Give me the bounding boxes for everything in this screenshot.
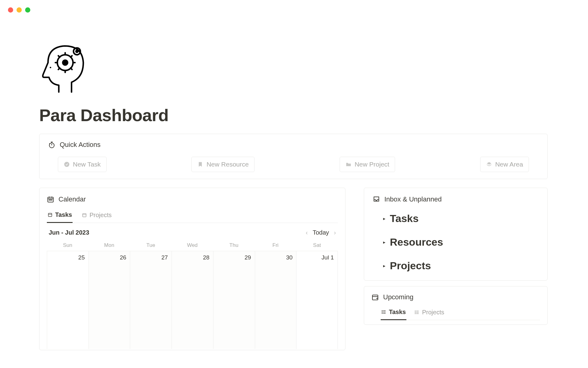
chevron-right-icon: ▸ <box>383 263 386 269</box>
calendar-icon <box>47 196 54 203</box>
day-header: Mon <box>89 239 130 251</box>
calendar-cell[interactable]: 27 <box>130 251 172 349</box>
svg-point-22 <box>382 311 382 311</box>
quick-actions-heading: Quick Actions <box>60 141 100 149</box>
calendar-check-icon <box>371 293 379 301</box>
calendar-panel: Calendar Tasks Projects Jun - Jul 2023 <box>39 188 345 350</box>
calendar-cell[interactable]: 26 <box>89 251 130 349</box>
brain-gear-logo <box>39 42 88 94</box>
day-header: Fri <box>255 239 296 251</box>
window-traffic-lights <box>0 0 588 13</box>
svg-point-23 <box>382 312 382 312</box>
svg-line-6 <box>58 56 60 57</box>
day-header: Thu <box>213 239 255 251</box>
inbox-toggle-tasks[interactable]: ▸ Tasks <box>383 213 539 224</box>
page-title: Para Dashboard <box>39 105 548 125</box>
svg-line-8 <box>58 68 60 70</box>
day-header: Wed <box>172 239 213 251</box>
day-header: Tue <box>130 239 172 251</box>
svg-point-18 <box>51 200 52 200</box>
inbox-panel: Inbox & Unplanned ▸ Tasks ▸ Resources ▸ … <box>364 188 548 281</box>
svg-point-26 <box>415 312 415 312</box>
inbox-icon <box>373 196 380 203</box>
calendar-cell[interactable]: 25 <box>47 251 89 349</box>
bookmark-icon <box>197 161 203 167</box>
calendar-range: Jun - Jul 2023 <box>49 229 89 236</box>
chevron-right-icon: ▸ <box>383 240 386 245</box>
layers-icon <box>486 161 492 167</box>
tab-tasks[interactable]: Tasks <box>47 209 73 223</box>
svg-point-25 <box>415 311 415 311</box>
minimize-window-icon[interactable] <box>17 7 22 13</box>
list-icon <box>414 310 420 315</box>
calendar-small-icon <box>47 212 53 217</box>
check-circle-icon <box>64 161 70 167</box>
svg-line-9 <box>70 56 72 57</box>
prev-week-button[interactable]: ‹ <box>306 229 308 236</box>
svg-point-11 <box>76 50 78 52</box>
quick-actions-panel: Quick Actions New Task New Resource New … <box>39 134 548 179</box>
upcoming-heading: Upcoming <box>383 293 413 301</box>
svg-point-12 <box>50 67 51 68</box>
day-header: Sat <box>296 239 338 251</box>
stopwatch-icon <box>48 141 55 148</box>
svg-point-17 <box>50 200 51 200</box>
new-task-button[interactable]: New Task <box>58 157 107 172</box>
calendar-cell[interactable]: Jul 1 <box>296 251 338 349</box>
new-area-button[interactable]: New Area <box>480 157 529 172</box>
day-header: Sun <box>47 239 89 251</box>
next-week-button[interactable]: › <box>334 229 336 236</box>
svg-point-24 <box>382 313 382 313</box>
svg-rect-19 <box>48 213 52 217</box>
svg-line-7 <box>70 68 72 70</box>
inbox-toggle-resources[interactable]: ▸ Resources <box>383 236 539 248</box>
svg-point-27 <box>415 313 415 314</box>
upcoming-tab-projects[interactable]: Projects <box>414 307 445 320</box>
upcoming-tab-tasks[interactable]: Tasks <box>381 307 406 320</box>
new-project-button[interactable]: New Project <box>340 157 395 172</box>
svg-point-1 <box>63 60 68 65</box>
calendar-heading: Calendar <box>58 195 86 203</box>
svg-rect-21 <box>372 295 378 300</box>
maximize-window-icon[interactable] <box>25 7 30 13</box>
new-resource-button[interactable]: New Resource <box>191 157 254 172</box>
list-icon <box>381 309 386 315</box>
chevron-right-icon: ▸ <box>383 216 386 221</box>
close-window-icon[interactable] <box>8 7 13 13</box>
folder-icon <box>345 161 352 167</box>
calendar-small-icon <box>82 213 87 218</box>
calendar-cell[interactable]: 30 <box>255 251 296 349</box>
svg-rect-20 <box>83 214 86 217</box>
inbox-toggle-projects[interactable]: ▸ Projects <box>383 260 539 272</box>
tab-projects[interactable]: Projects <box>81 209 112 223</box>
svg-point-16 <box>49 200 50 200</box>
inbox-heading: Inbox & Unplanned <box>384 195 442 203</box>
today-button[interactable]: Today <box>313 229 329 236</box>
calendar-cell[interactable]: 28 <box>172 251 213 349</box>
upcoming-panel: Upcoming Tasks Projects <box>364 286 548 325</box>
svg-point-14 <box>64 162 70 167</box>
calendar-cell[interactable]: 29 <box>213 251 255 349</box>
